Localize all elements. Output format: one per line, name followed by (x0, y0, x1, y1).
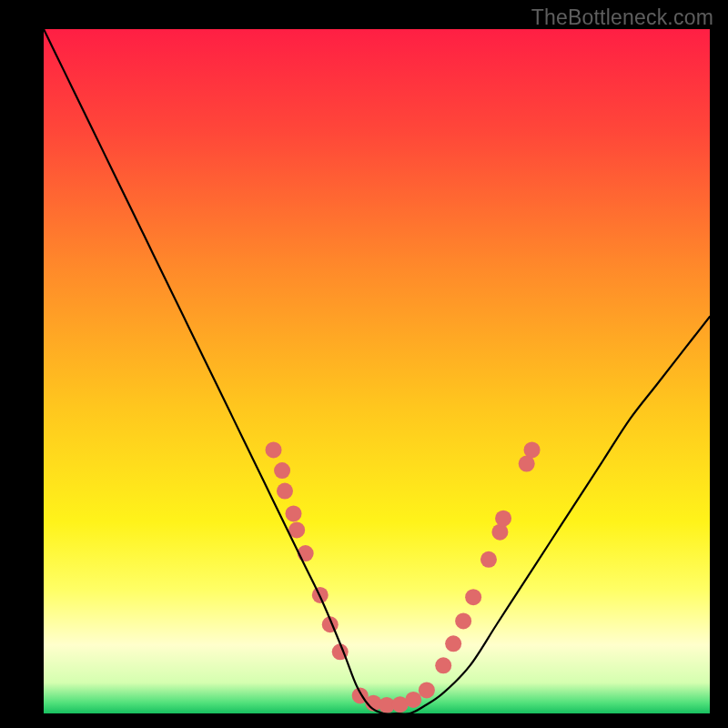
curve-marker (435, 657, 451, 673)
curve-marker (286, 505, 302, 521)
curve-marker (524, 441, 541, 458)
curve-marker (465, 589, 481, 605)
bottleneck-chart (0, 0, 728, 728)
curve-marker (445, 635, 461, 652)
curve-marker (405, 692, 421, 708)
curve-marker (455, 612, 471, 629)
chart-stage: TheBottleneck.com (0, 0, 728, 728)
curve-marker (266, 441, 282, 458)
curve-marker (491, 524, 508, 541)
gradient-background (44, 29, 710, 713)
curve-marker (480, 551, 497, 568)
watermark-text: TheBottleneck.com (531, 5, 713, 30)
curve-marker (277, 483, 293, 500)
curve-marker (495, 511, 511, 527)
curve-marker (419, 682, 435, 698)
curve-marker (274, 462, 290, 479)
